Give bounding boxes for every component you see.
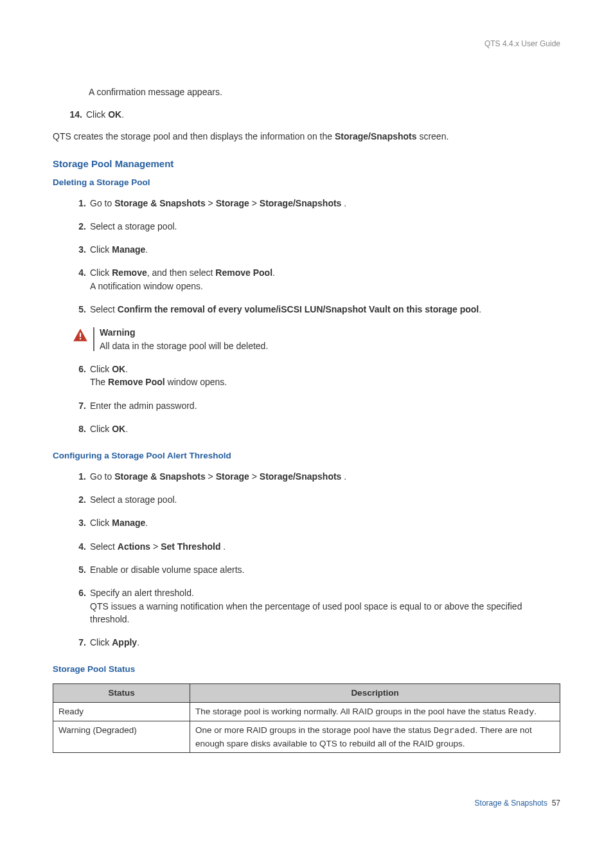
t: . <box>145 518 148 528</box>
step-body: Click Apply. <box>90 636 560 649</box>
t: . <box>145 244 148 255</box>
t: . <box>341 198 346 208</box>
warning-title: Warning <box>100 326 560 339</box>
b: Manage <box>112 244 145 255</box>
creates-paragraph: QTS creates the storage pool and then di… <box>53 130 560 143</box>
table-row: Warning (Degraded) One or more RAID grou… <box>53 721 560 753</box>
t: Click <box>90 518 112 528</box>
step-number: 4. <box>72 540 86 553</box>
t: , and then select <box>147 267 216 278</box>
t: Specify an alert threshold. <box>90 588 194 598</box>
step-body: Click Remove, and then select Remove Poo… <box>90 266 560 293</box>
t: The storage pool is working normally. Al… <box>195 707 508 716</box>
t: Click <box>90 364 112 374</box>
step-body: Click Manage. <box>90 243 560 256</box>
warning-text: All data in the storage pool will be del… <box>100 339 560 352</box>
svg-rect-0 <box>80 333 81 338</box>
step-body: Select a storage pool. <box>90 493 560 506</box>
list-item: 2.Select a storage pool. <box>72 220 560 233</box>
t: . <box>220 541 226 552</box>
b: Actions <box>118 541 150 552</box>
step-body: Enable or disable volume space alerts. <box>90 563 560 576</box>
step-body: Go to Storage & Snapshots > Storage > St… <box>90 470 560 483</box>
t: . <box>125 424 128 434</box>
description-cell: One or more RAID groups in the storage p… <box>190 721 560 753</box>
b: Storage <box>216 471 249 482</box>
b: Storage/Snapshots <box>260 198 342 208</box>
text: screen. <box>417 131 449 141</box>
b: Storage & Snapshots <box>114 198 206 208</box>
step-number: 8. <box>72 422 86 435</box>
footer-page: 57 <box>552 799 560 808</box>
t: A notification window opens. <box>90 281 203 291</box>
screen-name: Storage/Snapshots <box>335 131 417 141</box>
code: Ready <box>508 707 535 717</box>
t: window opens. <box>165 377 227 387</box>
b: Storage/Snapshots <box>260 471 342 482</box>
step-number: 1. <box>72 470 86 483</box>
t: One or more RAID groups in the storage p… <box>195 725 434 735</box>
t: The <box>90 377 108 387</box>
b: Confirm the removal of every volume/iSCS… <box>118 304 479 314</box>
t: Go to <box>90 198 114 208</box>
t: . <box>341 471 346 482</box>
status-cell: Warning (Degraded) <box>53 721 190 753</box>
heading-storage-pool-status: Storage Pool Status <box>53 663 560 676</box>
page-footer: Storage & Snapshots 57 <box>53 798 560 809</box>
t: > <box>150 541 161 552</box>
b: Manage <box>112 518 145 528</box>
list-item: 7. Click Apply. <box>72 636 560 649</box>
code: Degraded <box>434 726 475 736</box>
step-body: Click OK. <box>86 108 560 121</box>
step-number: 7. <box>72 399 86 412</box>
confirmation-text: A confirmation message appears. <box>89 86 560 98</box>
t: > <box>249 198 260 208</box>
b: Set Threshold <box>161 541 220 552</box>
description-cell: The storage pool is working normally. Al… <box>190 702 560 721</box>
b: Remove Pool <box>215 267 272 278</box>
table-header-row: Status Description <box>53 683 560 702</box>
b: Storage & Snapshots <box>114 471 206 482</box>
t: Select <box>90 541 118 552</box>
list-item: 2.Select a storage pool. <box>72 493 560 506</box>
heading-configuring-alert-threshold: Configuring a Storage Pool Alert Thresho… <box>53 449 560 462</box>
step-number: 3. <box>72 243 86 256</box>
t: . <box>137 637 139 647</box>
b: Storage <box>216 198 249 208</box>
t: . <box>125 364 128 374</box>
step-body: Select a storage pool. <box>90 220 560 233</box>
ok-label: OK <box>108 109 121 120</box>
step-number: 5. <box>72 563 86 576</box>
b: OK <box>112 424 125 434</box>
footer-section: Storage & Snapshots <box>475 799 547 808</box>
list-item: 1. Go to Storage & Snapshots > Storage >… <box>72 470 560 483</box>
step-body: Click OK. The Remove Pool window opens. <box>90 363 560 389</box>
t: Click <box>90 424 112 434</box>
step-body: Specify an alert threshold. QTS issues a… <box>90 586 560 626</box>
step-number: 7. <box>72 636 86 649</box>
list-item: 8. Click OK. <box>72 422 560 435</box>
list-item: 7.Enter the admin password. <box>72 399 560 412</box>
step-body: Click OK. <box>90 422 560 435</box>
config-steps: 1. Go to Storage & Snapshots > Storage >… <box>72 470 560 649</box>
step-number: 6. <box>72 363 86 389</box>
step-body: Select Confirm the removal of every volu… <box>90 303 560 316</box>
text: QTS creates the storage pool and then di… <box>53 131 335 141</box>
t: Click <box>90 637 112 647</box>
b: Apply <box>112 637 137 647</box>
t: Click <box>90 244 112 255</box>
step-number: 3. <box>72 516 86 529</box>
step-body: Go to Storage & Snapshots > Storage > St… <box>90 197 560 210</box>
step-body: Click Manage. <box>90 516 560 529</box>
step-number: 2. <box>72 220 86 233</box>
b: Remove Pool <box>108 377 165 387</box>
t: Go to <box>90 471 114 482</box>
heading-storage-pool-management: Storage Pool Management <box>53 157 560 171</box>
list-item: 6. Specify an alert threshold. QTS issue… <box>72 586 560 626</box>
list-item: 4. Click Remove, and then select Remove … <box>72 266 560 293</box>
col-status: Status <box>53 683 190 702</box>
col-description: Description <box>190 683 560 702</box>
list-item: 1. Go to Storage & Snapshots > Storage >… <box>72 197 560 210</box>
list-item: 6. Click OK. The Remove Pool window open… <box>72 363 560 389</box>
b: OK <box>112 364 125 374</box>
